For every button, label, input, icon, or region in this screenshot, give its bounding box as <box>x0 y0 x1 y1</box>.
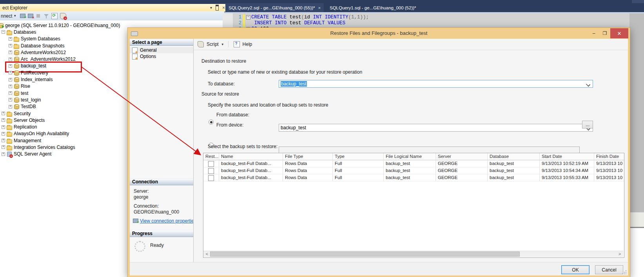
filter-icon[interactable] <box>44 13 49 19</box>
cell-type: Full <box>333 167 384 174</box>
object-explorer-toolbar: nnect ▼ + × ⟳ × <box>0 11 224 21</box>
dialog-toolbar: Script ▼ Help <box>194 39 628 50</box>
tab-close-icon[interactable]: × <box>318 5 321 10</box>
folder-icon <box>7 125 12 129</box>
resize-grip[interactable] <box>622 270 627 275</box>
tree-item-label: Management <box>14 138 41 143</box>
cell-database: backup_test <box>488 174 540 181</box>
select-a-page-header: Select a page <box>130 39 193 46</box>
expand-icon[interactable]: + <box>2 112 5 115</box>
expand-icon[interactable]: + <box>2 118 5 122</box>
column-header-rest-: Rest... <box>203 153 219 160</box>
view-connection-properties-link[interactable]: View connection properties <box>140 218 196 224</box>
tab-label: SQLQuery2.sql - ge...GE\huang_000 (55))* <box>229 5 315 10</box>
browse-button[interactable]: ... <box>582 121 593 129</box>
change-tracking-bar <box>243 14 245 20</box>
dialog-main-area: Script ▼ Help Destination to restore Sel… <box>194 39 628 262</box>
expand-icon[interactable]: + <box>2 145 5 149</box>
connection-value: GEORGE\huang_000 <box>134 209 193 215</box>
script-button[interactable]: Script <box>207 42 219 47</box>
from-database-radio[interactable] <box>209 119 214 125</box>
scroll-left-icon[interactable]: < <box>204 251 210 257</box>
connect-menu-label[interactable]: nnect <box>1 13 12 19</box>
expand-icon[interactable]: + <box>2 125 5 129</box>
cell-file-logical-name: backup_test <box>384 167 436 174</box>
line-number: 1 <box>233 14 241 20</box>
tree-item-label: Rise <box>21 83 30 89</box>
folder-icon <box>7 145 12 150</box>
column-header-start-date: Start Date <box>540 153 594 160</box>
connect-object-explorer-icon[interactable]: + <box>20 13 25 19</box>
expand-icon[interactable]: + <box>9 85 12 88</box>
help-button[interactable]: Help <box>243 42 252 47</box>
collapse-icon[interactable]: − <box>2 30 5 34</box>
restore-checkbox[interactable] <box>208 175 214 181</box>
to-database-label: To database: <box>208 81 235 87</box>
expand-icon[interactable]: + <box>9 44 12 47</box>
expand-icon[interactable]: + <box>9 105 12 109</box>
pin-icon[interactable] <box>216 5 219 11</box>
ok-button[interactable]: OK <box>561 265 590 274</box>
server-icon <box>0 23 4 28</box>
close-icon[interactable]: × <box>222 5 225 11</box>
document-tab-1[interactable]: SQLQuery2.sql - ge...GE\huang_000 (55))*… <box>225 3 324 12</box>
scroll-right-icon[interactable]: > <box>617 251 622 257</box>
backup-sets-table[interactable]: < > Rest...NameFile TypeTypeFile Logical… <box>203 153 624 258</box>
expand-icon[interactable]: + <box>9 58 12 61</box>
cell-name: backup_test-Full Datab... <box>219 174 283 181</box>
folder-icon <box>14 36 19 41</box>
tree-item-label: george (SQL Server 11.0.9120 - GEORGE\hu… <box>5 23 120 28</box>
db-icon <box>14 84 19 89</box>
disconnect-icon[interactable]: × <box>28 13 33 19</box>
tree-item-label: Security <box>14 111 31 116</box>
expand-icon[interactable]: + <box>2 139 5 142</box>
progress-spinner-icon <box>134 241 145 252</box>
connect-menu-arrow-icon[interactable]: ▼ <box>13 14 16 18</box>
page-item-general[interactable]: General <box>130 47 193 53</box>
tree-item-label: test <box>21 91 28 96</box>
script-dropdown-icon[interactable]: ▼ <box>221 43 224 46</box>
from-database-value: backup_test <box>281 125 306 130</box>
close-button[interactable]: ✕ <box>610 28 628 38</box>
titlebar-corner <box>632 0 644 3</box>
stop-icon[interactable] <box>36 13 41 19</box>
object-explorer-header[interactable]: ect Explorer ▾ × <box>0 4 227 12</box>
minimize-button[interactable]: – <box>590 30 598 36</box>
refresh-icon[interactable]: ⟳ <box>51 13 58 19</box>
expand-icon[interactable]: + <box>9 98 12 101</box>
object-explorer-title: ect Explorer <box>2 5 27 11</box>
activity-monitor-icon[interactable]: × <box>60 13 66 19</box>
server-value: george <box>134 194 193 200</box>
connection-header: Connection <box>130 178 193 185</box>
connection-label: Connection: <box>134 203 193 209</box>
expand-icon[interactable]: + <box>9 91 12 95</box>
expand-icon[interactable]: + <box>2 132 5 136</box>
expand-icon[interactable]: + <box>2 152 5 156</box>
page-icon <box>132 47 138 53</box>
expand-icon[interactable]: + <box>9 78 12 81</box>
backup-sets-label: Select the backup sets to restore: <box>208 144 278 149</box>
table-h-scrollbar[interactable]: < > <box>203 251 623 257</box>
expand-icon[interactable]: + <box>9 37 12 41</box>
scrollbar-thumb[interactable] <box>210 252 520 257</box>
dialog-body: Select a page General Options Connection… <box>130 39 628 275</box>
restore-checkbox[interactable] <box>208 161 214 167</box>
code-fold-icon[interactable]: − <box>246 15 250 20</box>
combo-chevron-icon[interactable] <box>586 82 590 87</box>
expand-icon[interactable]: + <box>9 51 12 54</box>
db-icon <box>14 77 19 82</box>
select-a-page-panel: General Options <box>130 46 193 178</box>
from-database-combobox[interactable]: backup_test <box>279 124 593 132</box>
maximize-button[interactable]: ❐ <box>600 30 609 36</box>
expand-icon[interactable]: + <box>9 71 12 74</box>
to-database-combobox[interactable]: backup_test <box>279 80 593 88</box>
restore-checkbox[interactable] <box>208 168 214 174</box>
cell-server: GEORGE <box>436 167 488 174</box>
document-tab-2[interactable]: SQLQuery1.sql - ge...GE\huang_000 (52))* <box>327 3 419 12</box>
page-item-options[interactable]: Options <box>130 53 193 60</box>
checkbox-cell <box>203 174 219 181</box>
tree-item-label: Integration Services Catalogs <box>14 145 75 150</box>
column-header-file-type: File Type <box>283 153 333 160</box>
chevron-down-icon[interactable]: ▾ <box>210 5 212 10</box>
cancel-button[interactable]: Cancel <box>595 265 623 274</box>
